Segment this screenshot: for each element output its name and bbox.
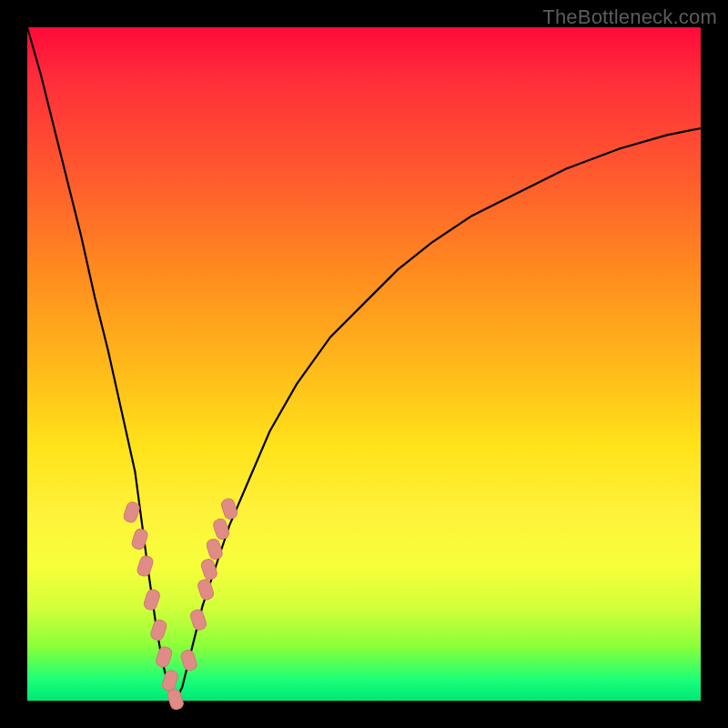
marker-point [143,588,161,611]
watermark-text: TheBottleneck.com [542,5,717,29]
marker-point [197,578,215,601]
marker-point [161,669,179,692]
marker-group [123,497,238,711]
marker-point [180,649,198,672]
marker-point [123,500,141,523]
plot-area [27,27,701,701]
marker-point [155,645,173,668]
marker-point [131,528,149,551]
curve-right-branch [176,128,701,701]
marker-point [212,518,230,541]
outer-frame: TheBottleneck.com [0,0,728,728]
marker-point [220,497,238,520]
marker-point [206,538,224,561]
marker-point [149,619,167,642]
chart-svg [27,27,701,701]
marker-point [200,558,218,581]
marker-point [136,554,154,577]
marker-point [189,609,207,632]
marker-point [167,688,185,711]
